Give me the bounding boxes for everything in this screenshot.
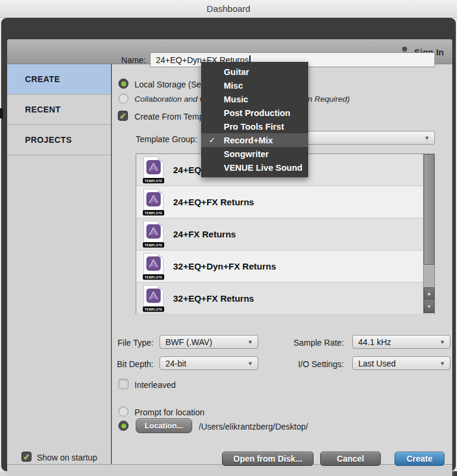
bit-depth-dropdown[interactable]: 24-bit ▼ (159, 356, 258, 370)
show-on-startup-checkbox[interactable]: ✓ (21, 452, 32, 462)
avid-logo-icon (146, 289, 161, 303)
local-storage-radio[interactable] (118, 79, 129, 89)
footer-bar (7, 464, 452, 476)
dropdown-arrow-icon: ▼ (248, 361, 253, 367)
template-file-icon: TEMPLATE (142, 253, 165, 280)
prompt-for-location-label: Prompt for location (134, 408, 205, 417)
bit-depth-value: 24-bit (165, 359, 186, 368)
menu-item-guitar[interactable]: Guitar (201, 65, 308, 79)
menu-item-record-mix[interactable]: ✓ Record+Mix (201, 133, 308, 147)
sidebar-item-label: CREATE (25, 74, 60, 84)
sample-rate-label: Sample Rate: (262, 338, 344, 347)
menu-item-post-production[interactable]: Post Production (201, 106, 308, 120)
file-type-dropdown[interactable]: BWF (.WAV) ▼ (159, 335, 258, 349)
check-icon: ✓ (23, 453, 30, 461)
io-settings-label: I/O Settings: (262, 359, 344, 369)
collaboration-radio[interactable] (118, 93, 129, 104)
template-group-menu: Guitar Misc Music Post Production Pro To… (201, 62, 308, 177)
template-badge: TEMPLATE (143, 178, 164, 183)
dropdown-arrow-icon: ▼ (424, 135, 430, 141)
template-group-label: Template Group: (136, 134, 198, 144)
template-name: 24+EQ+FX Returns (173, 197, 254, 207)
template-badge: TEMPLATE (143, 210, 164, 215)
scroll-down-button[interactable]: ▼ (424, 300, 434, 313)
dropdown-arrow-icon: ▼ (440, 339, 445, 345)
sidebar: CREATE RECENT PROJECTS (7, 64, 111, 464)
dropdown-arrow-icon: ▼ (440, 361, 445, 367)
template-file-icon: TEMPLATE (142, 285, 165, 312)
template-file-icon: TEMPLATE (142, 221, 165, 248)
template-name: 32+EQ+Dyn+FX Returns (173, 261, 276, 271)
menu-item-venue-live-sound[interactable]: VENUE Live Sound (201, 161, 308, 174)
file-type-value: BWF (.WAV) (165, 337, 212, 347)
checkmark-icon: ✓ (209, 136, 215, 145)
open-from-disk-button[interactable]: Open from Disk... (222, 452, 314, 466)
bit-depth-label: Bit Depth: (89, 359, 154, 369)
menu-item-pro-tools-first[interactable]: Pro Tools First (201, 120, 308, 133)
template-name: 24+FX Returns (173, 229, 236, 239)
sample-rate-value: 44.1 kHz (358, 337, 391, 347)
window-titlebar[interactable]: Dashboard (0, 0, 457, 18)
template-file-icon: TEMPLATE (142, 156, 165, 184)
menu-item-songwriter[interactable]: Songwriter (201, 147, 308, 161)
create-button[interactable]: Create (395, 452, 445, 466)
io-settings-value: Last Used (358, 359, 396, 368)
template-name: 32+EQ+FX Returns (173, 293, 254, 303)
show-on-startup-label: Show on startup (37, 453, 97, 462)
scrollbar-thumb[interactable] (424, 154, 434, 265)
io-settings-dropdown[interactable]: Last Used ▼ (352, 356, 450, 370)
prompt-for-location-radio[interactable] (118, 406, 129, 416)
template-list-item[interactable]: TEMPLATE 24+FX Returns (136, 218, 434, 250)
template-list-item[interactable]: TEMPLATE 24+EQ+FX Returns (136, 186, 434, 218)
scrollbar[interactable]: ▲ ▼ (423, 154, 434, 314)
sample-rate-dropdown[interactable]: 44.1 kHz ▼ (352, 335, 450, 349)
dropdown-arrow-icon: ▼ (248, 339, 253, 345)
check-icon: ✓ (120, 112, 127, 120)
sidebar-item-label: PROJECTS (25, 135, 72, 145)
create-from-template-checkbox[interactable]: ✓ (118, 111, 128, 121)
location-radio[interactable] (118, 421, 129, 431)
scroll-up-icon: ▲ (427, 291, 431, 296)
interleaved-checkbox[interactable] (118, 379, 129, 389)
scroll-down-icon: ▼ (427, 304, 431, 309)
template-list: TEMPLATE 24+EQ+Dyn+FX Returns TEMPLATE 2… (136, 154, 435, 314)
sidebar-item-projects[interactable]: PROJECTS (7, 125, 111, 155)
name-label: Name: (89, 55, 146, 65)
template-badge: TEMPLATE (143, 242, 164, 248)
scroll-up-button[interactable]: ▲ (424, 287, 434, 300)
template-badge: TEMPLATE (143, 274, 164, 280)
sidebar-item-recent[interactable]: RECENT (7, 95, 111, 125)
avid-logo-icon (146, 224, 161, 239)
file-type-label: File Type: (89, 338, 154, 347)
cancel-button[interactable]: Cancel (320, 452, 381, 466)
location-button[interactable]: Location... (136, 418, 192, 433)
sidebar-item-label: RECENT (25, 105, 61, 114)
screen: Dashboard Sign In CREATE RECENT PROJECTS… (0, 0, 457, 476)
template-file-icon: TEMPLATE (142, 189, 165, 216)
sidebar-item-create[interactable]: CREATE (7, 64, 111, 95)
template-badge: TEMPLATE (143, 306, 164, 312)
template-list-item[interactable]: TEMPLATE 32+EQ+FX Returns (136, 283, 434, 315)
background-window-edge (0, 108, 3, 118)
avid-logo-icon (146, 256, 161, 271)
window-title: Dashboard (206, 4, 250, 14)
menu-item-misc[interactable]: Misc (201, 79, 308, 92)
avid-logo-icon (146, 160, 161, 174)
avid-logo-icon (146, 192, 161, 206)
template-list-item[interactable]: TEMPLATE 32+EQ+Dyn+FX Returns (136, 250, 434, 283)
interleaved-label: Interleaved (134, 380, 176, 390)
location-path: /Users/elikrantzberg/Desktop/ (199, 422, 308, 431)
menu-item-music[interactable]: Music (201, 92, 308, 106)
